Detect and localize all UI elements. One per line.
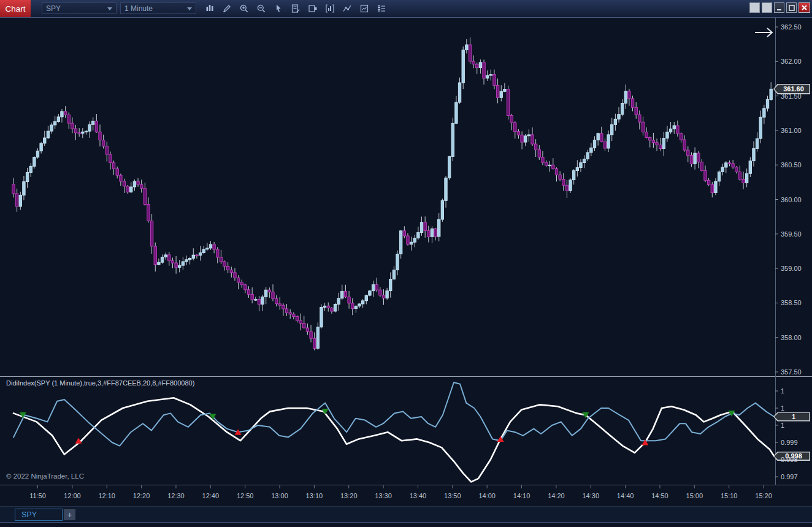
close-icon xyxy=(800,4,808,12)
time-tick-label: 14:30 xyxy=(575,492,606,499)
minimize-icon xyxy=(775,4,783,12)
indicator-tick-label: 1 xyxy=(781,404,784,412)
chart-style-icon xyxy=(205,4,215,13)
snapshot-icon xyxy=(359,4,369,13)
time-tick-label: 13:20 xyxy=(334,492,364,499)
instrument-selector[interactable]: SPY xyxy=(42,2,117,14)
indicator-panel-region[interactable] xyxy=(0,377,775,485)
price-tick-label: 361.50 xyxy=(781,93,802,100)
interval-selector[interactable]: 1 Minute xyxy=(120,2,196,14)
properties-icon xyxy=(377,4,386,13)
indicator-label: DidiIndex(SPY (1 Minute),true,3,#FF87CEE… xyxy=(6,379,194,387)
instrument-value: SPY xyxy=(46,4,61,13)
interval-link-icon xyxy=(763,4,771,12)
main-chart-region[interactable] xyxy=(0,17,775,376)
indicator-tick-label: 0.997 xyxy=(781,473,798,480)
trendline-button[interactable] xyxy=(340,1,354,16)
properties-button[interactable] xyxy=(374,1,389,16)
price-tick-label: 359.50 xyxy=(781,230,802,238)
price-tick-label: 358.00 xyxy=(781,334,802,341)
price-tick-label: 357.50 xyxy=(781,368,802,376)
indicator-tick-label: 1 xyxy=(781,387,784,395)
instrument-link-icon xyxy=(751,4,759,12)
time-tick-label: 14:00 xyxy=(472,492,502,499)
bottom-tab-bar: SPY + xyxy=(0,506,812,523)
price-tick-label: 360.50 xyxy=(781,161,802,169)
data-box-icon xyxy=(291,4,301,13)
interval-link-button[interactable] xyxy=(762,2,772,13)
ninjatrader-chart-window: Chart SPY 1 Minute 361.60 DidiIndex(SPY … xyxy=(0,0,812,527)
price-tick-label: 361.00 xyxy=(781,127,802,134)
zoom-out-icon xyxy=(256,4,266,13)
tab-spy[interactable]: SPY xyxy=(15,509,63,521)
trendline-icon xyxy=(342,4,352,13)
add-tab-button[interactable]: + xyxy=(64,509,75,520)
chevron-down-icon xyxy=(187,7,192,10)
minimize-button[interactable] xyxy=(774,2,784,13)
indicator-badge-skyblue-value: 1 xyxy=(775,413,810,420)
window-controls xyxy=(749,2,810,13)
indicators-button[interactable] xyxy=(323,1,337,16)
indicators-icon xyxy=(325,4,335,13)
price-tick-label: 358.50 xyxy=(781,299,802,306)
data-box-button[interactable] xyxy=(288,1,303,16)
indicator-tick-label: 1 xyxy=(781,422,784,429)
maximize-button[interactable] xyxy=(786,2,797,13)
time-tick-label: 15:20 xyxy=(748,492,779,499)
cursor-icon xyxy=(274,4,283,13)
time-tick-label: 12:30 xyxy=(161,492,191,499)
time-tick-label: 13:50 xyxy=(437,492,468,499)
toolbar-icon-bar xyxy=(202,1,389,16)
time-tick-label: 13:30 xyxy=(368,492,399,499)
time-tick-label: 13:40 xyxy=(402,492,433,499)
time-tick-label: 15:00 xyxy=(679,492,710,499)
plus-icon: + xyxy=(67,510,72,520)
time-tick-label: 14:40 xyxy=(610,492,641,499)
time-tick-label: 12:10 xyxy=(91,492,122,499)
time-tick-label: 12:40 xyxy=(195,492,226,499)
chevron-down-icon xyxy=(107,7,112,10)
close-button[interactable] xyxy=(799,2,810,13)
zoom-out-button[interactable] xyxy=(254,1,269,16)
zoom-in-icon xyxy=(239,4,249,13)
zoom-in-button[interactable] xyxy=(237,1,251,16)
copyright-text: © 2022 NinjaTrader, LLC xyxy=(6,472,84,480)
drawing-tools-icon xyxy=(222,4,232,13)
time-tick-label: 13:00 xyxy=(264,492,295,499)
go-to-latest-arrow-icon[interactable] xyxy=(753,26,776,39)
snapshot-button[interactable] xyxy=(357,1,372,16)
price-tick-label: 359.00 xyxy=(781,265,802,272)
window-bottom-edge xyxy=(0,522,812,527)
time-tick-label: 11:50 xyxy=(23,492,53,499)
indicator-badge-skyblue: 1 xyxy=(773,412,810,422)
instrument-link-button[interactable] xyxy=(749,2,760,13)
indicator-tick-label: 0.998 xyxy=(781,456,798,463)
interval-value: 1 Minute xyxy=(124,4,153,13)
time-tick-label: 12:20 xyxy=(126,492,157,499)
chart-trader-icon xyxy=(308,4,318,13)
tab-spy-label: SPY xyxy=(21,510,37,519)
chart-trader-button[interactable] xyxy=(305,1,320,16)
maximize-icon xyxy=(787,4,795,12)
toolbar: Chart SPY 1 Minute xyxy=(0,0,812,18)
time-tick-label: 12:00 xyxy=(57,492,88,499)
cursor-button[interactable] xyxy=(271,1,286,16)
price-tick-label: 360.00 xyxy=(781,196,802,203)
price-tick-label: 362.00 xyxy=(781,58,802,65)
price-tick-label: 362.50 xyxy=(781,23,802,31)
time-tick-label: 14:50 xyxy=(645,492,675,499)
indicator-tick-label: 0.999 xyxy=(781,439,798,446)
chart-tab[interactable]: Chart xyxy=(0,0,31,17)
time-tick-label: 15:10 xyxy=(714,492,745,499)
time-tick-label: 14:10 xyxy=(507,492,537,499)
chart-tab-label: Chart xyxy=(5,4,25,13)
time-tick-label: 14:20 xyxy=(541,492,572,499)
drawing-tools-button[interactable] xyxy=(220,1,234,16)
chart-style-button[interactable] xyxy=(202,1,217,16)
time-tick-label: 12:50 xyxy=(230,492,261,499)
time-tick-label: 13:10 xyxy=(299,492,329,499)
